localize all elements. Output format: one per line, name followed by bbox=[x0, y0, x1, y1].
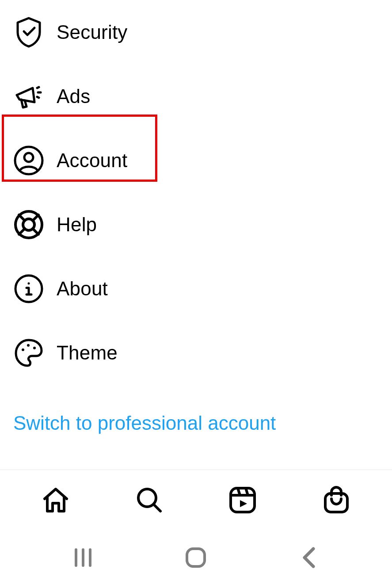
info-icon bbox=[13, 273, 44, 304]
shield-check-icon bbox=[13, 17, 44, 48]
setting-label: Account bbox=[57, 149, 127, 172]
svg-point-1 bbox=[24, 153, 33, 162]
svg-rect-15 bbox=[231, 488, 255, 512]
sys-home-button[interactable] bbox=[169, 531, 222, 584]
nav-shop-button[interactable] bbox=[310, 474, 363, 527]
setting-item-account[interactable]: Account bbox=[0, 128, 392, 192]
switch-professional-row: Switch to professional account bbox=[0, 385, 392, 434]
svg-point-10 bbox=[22, 348, 24, 351]
reels-icon bbox=[228, 486, 257, 515]
nav-reels-button[interactable] bbox=[216, 474, 269, 527]
svg-line-14 bbox=[154, 505, 160, 511]
user-circle-icon bbox=[13, 145, 44, 176]
setting-item-theme[interactable]: Theme bbox=[0, 321, 392, 385]
svg-point-9 bbox=[28, 282, 30, 284]
sys-recents-button[interactable] bbox=[57, 531, 110, 584]
setting-item-help[interactable]: Help bbox=[0, 192, 392, 256]
home-icon bbox=[40, 485, 71, 516]
megaphone-icon bbox=[13, 81, 44, 112]
shopping-bag-icon bbox=[321, 485, 352, 516]
setting-label: Help bbox=[57, 214, 97, 236]
nav-search-button[interactable] bbox=[123, 474, 176, 527]
settings-screen: Security Ads bbox=[0, 0, 392, 585]
setting-label: About bbox=[57, 278, 108, 300]
svg-line-5 bbox=[33, 215, 38, 221]
svg-point-12 bbox=[33, 347, 36, 349]
svg-line-6 bbox=[19, 229, 25, 234]
svg-rect-23 bbox=[187, 549, 205, 566]
svg-line-7 bbox=[33, 229, 38, 234]
recents-icon bbox=[71, 545, 95, 570]
settings-list: Security Ads bbox=[0, 0, 392, 434]
setting-item-security[interactable]: Security bbox=[0, 0, 392, 64]
switch-professional-link[interactable]: Switch to professional account bbox=[13, 412, 276, 434]
chevron-left-icon bbox=[299, 545, 319, 570]
system-nav-bar bbox=[0, 531, 392, 585]
nav-home-button[interactable] bbox=[29, 474, 82, 527]
setting-item-ads[interactable]: Ads bbox=[0, 64, 392, 128]
svg-line-4 bbox=[19, 215, 25, 221]
setting-label: Ads bbox=[57, 85, 90, 107]
setting-label: Security bbox=[57, 21, 128, 43]
lifebuoy-icon bbox=[13, 209, 44, 240]
setting-item-about[interactable]: About bbox=[0, 256, 392, 321]
palette-icon bbox=[13, 337, 44, 368]
sys-home-icon bbox=[184, 546, 207, 569]
sys-back-button[interactable] bbox=[282, 531, 335, 584]
app-bottom-nav bbox=[0, 470, 392, 531]
setting-label: Theme bbox=[57, 342, 118, 364]
svg-point-11 bbox=[27, 344, 30, 347]
search-icon bbox=[134, 485, 165, 516]
